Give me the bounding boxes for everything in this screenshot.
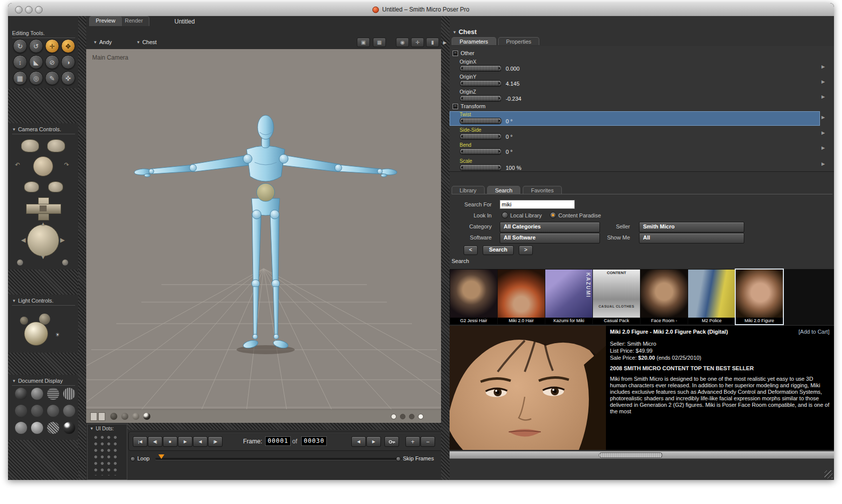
display-style-texture[interactable]: [47, 422, 59, 434]
light-dot-small[interactable]: [20, 317, 28, 325]
result-g2-jessi-hair[interactable]: G2 Jessi Hair: [450, 270, 497, 324]
panel-splitter[interactable]: ▶: [441, 16, 450, 480]
camera-trackball[interactable]: [27, 224, 59, 257]
indicator-dot-2[interactable]: [400, 414, 405, 419]
step-back-button[interactable]: ◀: [193, 436, 207, 447]
bend-dial[interactable]: [460, 148, 502, 155]
result-miki-2-figure[interactable]: Miki 2.0 Figure: [736, 270, 783, 324]
actor-menu[interactable]: ▼Chest: [136, 39, 157, 45]
originx-dial[interactable]: [460, 65, 502, 72]
scale-dial[interactable]: [460, 164, 502, 171]
skip-frames-toggle[interactable]: [396, 456, 401, 461]
side-side-dial[interactable]: [460, 133, 502, 140]
result-face-room[interactable]: Face Room -: [641, 270, 688, 324]
display-style-lit-wire[interactable]: [15, 405, 27, 417]
preview-style-dot-1[interactable]: [110, 413, 117, 420]
camera-hand-right-icon[interactable]: [47, 139, 65, 152]
color-tool-button[interactable]: ◑: [61, 55, 75, 69]
twist-tool-button[interactable]: ↺: [29, 39, 43, 53]
sun-icon[interactable]: ☀: [55, 332, 60, 338]
stop-button[interactable]: ■: [163, 436, 177, 447]
param-next-arrow[interactable]: ▶: [821, 64, 825, 69]
param-next-arrow[interactable]: ▶: [821, 94, 825, 99]
page-add-icon[interactable]: [98, 412, 105, 421]
tab-render[interactable]: Render: [118, 16, 149, 26]
tab-favorites[interactable]: Favorites: [523, 186, 561, 194]
search-button[interactable]: Search: [483, 245, 514, 255]
display-style-smooth[interactable]: [15, 422, 27, 434]
display-style-hidden-line[interactable]: [63, 388, 75, 400]
content-paradise-label[interactable]: Content Paradise: [558, 212, 601, 218]
group-transform[interactable]: −Transform: [453, 103, 486, 109]
tab-properties[interactable]: Properties: [498, 37, 539, 45]
result-m2-police[interactable]: M2 Police: [688, 270, 735, 324]
page-icon[interactable]: [90, 412, 97, 421]
category-dropdown[interactable]: All Categories: [500, 222, 600, 232]
scale-tool-button[interactable]: ↕: [13, 55, 27, 69]
param-next-arrow[interactable]: ▶: [821, 115, 825, 120]
param-next-arrow[interactable]: ▶: [821, 145, 825, 150]
translate-tool-button[interactable]: ✛: [45, 39, 59, 53]
add-keyframe-button[interactable]: +: [405, 436, 420, 447]
show-me-dropdown[interactable]: All: [639, 233, 744, 243]
preview-style-dot-4[interactable]: [143, 413, 150, 420]
prev-key-button[interactable]: ◀: [351, 436, 366, 447]
collapse-box-icon[interactable]: −: [453, 104, 458, 109]
light-sphere[interactable]: [24, 322, 48, 346]
grouping-tool-button[interactable]: ▦: [13, 71, 27, 85]
camera-hand-left-icon[interactable]: [21, 139, 39, 152]
display-style-cartoon[interactable]: [63, 405, 75, 417]
prev-page-button[interactable]: <: [464, 245, 478, 255]
camera-name-label[interactable]: Main Camera: [92, 54, 128, 61]
face-camera-control[interactable]: [33, 156, 53, 176]
next-key-button[interactable]: ▶: [366, 436, 381, 447]
frame-slider-track[interactable]: [155, 458, 402, 460]
camera-dot-right[interactable]: [62, 260, 68, 266]
tab-library[interactable]: Library: [452, 186, 485, 194]
param-next-arrow[interactable]: ▶: [821, 79, 825, 84]
delete-keyframe-button[interactable]: −: [420, 436, 435, 447]
view-magnifier-tool-button[interactable]: ◎: [29, 71, 43, 85]
panel-divider[interactable]: [78, 16, 86, 480]
title-bar[interactable]: Untitled – Smith Micro Poser Pro: [8, 3, 834, 17]
tab-search[interactable]: Search: [487, 186, 521, 194]
actor-header[interactable]: ▼Chest: [453, 28, 477, 36]
hand-view-button[interactable]: ▮: [426, 38, 439, 47]
morphing-tool-button[interactable]: ✎: [45, 71, 59, 85]
loop-toggle[interactable]: [130, 456, 135, 461]
result-casual-pack[interactable]: CONTENT CASUAL CLOTHES Casual Pack: [593, 270, 640, 324]
chain-break-tool-button[interactable]: ⊘: [45, 55, 59, 69]
display-style-flat-line[interactable]: [47, 405, 59, 417]
horizontal-scrollbar[interactable]: [450, 451, 834, 459]
taper-tool-button[interactable]: ◣: [29, 55, 43, 69]
group-other[interactable]: −Other: [453, 50, 475, 56]
local-library-radio[interactable]: [502, 212, 508, 218]
camera-view-button[interactable]: ▣: [357, 38, 370, 47]
total-frames-counter[interactable]: 00030: [301, 436, 327, 446]
originy-dial[interactable]: [460, 80, 502, 87]
search-input[interactable]: [500, 200, 575, 209]
ui-dots-grid[interactable]: [94, 435, 120, 475]
camera-dot-left[interactable]: [17, 260, 23, 266]
local-library-label[interactable]: Local Library: [510, 212, 542, 218]
param-next-arrow[interactable]: ▶: [821, 161, 825, 166]
move-view-button[interactable]: ✛: [411, 38, 424, 47]
window-resize-grip[interactable]: [824, 470, 832, 478]
scrollbar-thumb[interactable]: [599, 452, 663, 458]
indicator-dot-3[interactable]: [409, 414, 414, 419]
originz-dial[interactable]: [460, 95, 502, 102]
seller-dropdown[interactable]: Smith Micro: [639, 222, 744, 232]
display-style-smooth-line[interactable]: [31, 422, 43, 434]
camera-move-pad[interactable]: [26, 197, 60, 219]
camera-hand-small-left-icon[interactable]: [24, 181, 39, 192]
twist-dial[interactable]: [460, 118, 502, 124]
display-style-silhouette[interactable]: [15, 388, 27, 400]
software-dropdown[interactable]: All Software: [500, 233, 600, 243]
tab-parameters[interactable]: Parameters: [452, 37, 496, 45]
first-frame-button[interactable]: |◀: [133, 436, 147, 447]
rotate-right-icon[interactable]: ↷: [64, 161, 69, 168]
play-button[interactable]: ▶: [178, 436, 192, 447]
edit-keyframes-button[interactable]: [384, 436, 399, 447]
translate-inout-tool-button[interactable]: ✥: [61, 39, 75, 53]
next-page-button[interactable]: >: [519, 245, 533, 255]
